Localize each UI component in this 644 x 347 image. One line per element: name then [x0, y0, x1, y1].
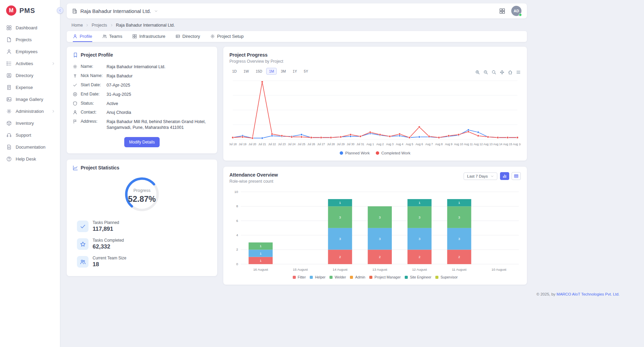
profile-field-contact: Contact:Anuj Chordia	[73, 108, 211, 117]
logo-text: PMS	[19, 7, 35, 15]
tab-profile[interactable]: Profile	[73, 31, 92, 42]
apps-grid-icon[interactable]	[499, 8, 505, 14]
svg-text:16 August: 16 August	[253, 268, 268, 271]
zoom-out-icon[interactable]	[483, 70, 488, 75]
table-view-toggle[interactable]	[512, 172, 521, 180]
legend-helper[interactable]: Helper	[310, 275, 325, 279]
stat-value: 18	[93, 261, 126, 268]
shield-icon	[73, 101, 77, 106]
field-label: Contact:	[81, 110, 103, 115]
stat-value: 62,332	[93, 243, 124, 250]
tab-label: Project Setup	[217, 34, 244, 39]
chart-controls: 1D1W15D1M3M1Y5Y	[229, 68, 521, 75]
documentation-icon	[6, 145, 12, 150]
chevron-down-icon	[154, 9, 158, 13]
legend-supervisor[interactable]: Supervisor	[435, 275, 457, 279]
sidebar-item-activities[interactable]: Activities	[0, 58, 60, 70]
sidebar-collapse-button[interactable]	[57, 7, 63, 14]
sidebar-item-administration[interactable]: Administration	[0, 105, 60, 117]
svg-text:2: 2	[236, 247, 238, 251]
svg-text:Jul 24: Jul 24	[288, 142, 296, 146]
attendance-range-value: Last 7 Days	[467, 174, 488, 178]
tab-project-setup[interactable]: Project Setup	[210, 31, 244, 42]
legend-admin[interactable]: Admin	[350, 275, 365, 279]
svg-text:3: 3	[379, 237, 381, 241]
range-button-1y[interactable]: 1Y	[290, 68, 300, 75]
sidebar-item-employees[interactable]: Employees	[0, 46, 60, 58]
online-status-dot	[519, 13, 522, 16]
sidebar-item-image-gallery[interactable]: Image Gallery	[0, 93, 60, 105]
gauge-label: Progress	[122, 188, 162, 193]
project-progress-chart[interactable]: Jul 18Jul 19Jul 20Jul 21Jul 22Jul 23Jul …	[229, 77, 521, 149]
sidebar-item-expense[interactable]: Expense	[0, 81, 60, 93]
project-profile-title-row: Project Profile	[73, 52, 211, 58]
pan-icon[interactable]	[500, 70, 504, 75]
circle-x-icon	[73, 92, 77, 96]
legend-planned-work[interactable]: Planned Work	[340, 151, 370, 155]
bar-chart-view-toggle[interactable]	[500, 172, 509, 180]
menu-icon[interactable]	[516, 70, 521, 75]
zoom-in-icon[interactable]	[475, 70, 480, 75]
legend-completed-work[interactable]: Completed Work	[376, 151, 410, 155]
chevron-right-icon	[110, 24, 113, 27]
tab-bar: ProfileTeamsInfrastructureDirectoryProje…	[67, 31, 527, 42]
modify-details-button[interactable]: Modify Details	[124, 137, 159, 147]
sidebar-item-projects[interactable]: Projects	[0, 34, 60, 46]
stat-label: Tasks Planned	[93, 220, 119, 225]
bar-chart-area: 024681011116 August15 August233114 Augus…	[229, 189, 521, 274]
logo-icon: M	[6, 5, 16, 16]
company-selector[interactable]: Raja Bahadur International Ltd.	[72, 8, 158, 14]
sidebar-item-directory[interactable]: Directory	[0, 70, 60, 81]
logo[interactable]: M PMS	[0, 0, 60, 20]
legend-welder[interactable]: Welder	[329, 275, 346, 279]
svg-text:2: 2	[458, 255, 460, 259]
avatar[interactable]: AD	[511, 6, 521, 16]
sidebar-item-inventory[interactable]: Inventory	[0, 117, 60, 129]
range-button-5y[interactable]: 5Y	[301, 68, 311, 75]
view-toggle-group	[500, 172, 521, 180]
profile-fields: Name:Raja Bahadur International Ltd.Nick…	[73, 62, 211, 132]
attendance-subtitle: Role-wise present count	[229, 179, 278, 184]
sidebar-item-dashboard[interactable]: Dashboard	[0, 22, 60, 34]
range-button-1w[interactable]: 1W	[241, 68, 252, 75]
project-statistics-card: Project Statistics Progress 52.87% Tasks…	[67, 160, 217, 276]
gear-icon	[73, 64, 77, 69]
sidebar-item-label: Activities	[16, 61, 33, 66]
svg-text:Jul 26: Jul 26	[307, 142, 315, 146]
footer-text: © 2025, by	[536, 292, 556, 296]
sidebar-item-help-desk[interactable]: Help Desk	[0, 153, 60, 165]
tab-teams[interactable]: Teams	[102, 31, 122, 42]
attendance-chart[interactable]: 024681011116 August15 August233114 Augus…	[229, 189, 521, 273]
zoom-icon[interactable]	[492, 70, 496, 75]
stat-tasks-completed: Tasks Completed62,332	[77, 238, 211, 250]
legend-site-engineer[interactable]: Site Engineer	[405, 275, 431, 279]
legend-project-manager[interactable]: Project Manager	[369, 275, 401, 279]
sidebar-item-documentation[interactable]: Documentation	[0, 141, 60, 153]
sidebar-item-label: Administration	[16, 109, 44, 114]
svg-text:0: 0	[236, 262, 238, 266]
home-icon[interactable]	[508, 70, 513, 75]
svg-text:Aug 7: Aug 7	[425, 142, 433, 146]
help-desk-icon	[6, 156, 12, 162]
range-button-1m[interactable]: 1M	[266, 68, 277, 75]
svg-text:Jul 25: Jul 25	[297, 142, 305, 146]
tab-infrastructure[interactable]: Infrastructure	[132, 31, 165, 42]
expense-icon	[6, 85, 12, 90]
field-value: Raja Bahadur Mill Rd, behind Sheraton Gr…	[107, 119, 211, 131]
range-button-15d[interactable]: 15D	[253, 68, 265, 75]
sidebar-item-support[interactable]: Support	[0, 129, 60, 141]
breadcrumb-home[interactable]: Home	[71, 23, 83, 28]
svg-text:2: 2	[339, 255, 341, 259]
range-button-3m[interactable]: 3M	[278, 68, 289, 75]
profile-field-status: Status:Active	[73, 99, 211, 108]
sidebar-item-label: Expense	[16, 85, 33, 90]
breadcrumb-projects[interactable]: Projects	[92, 23, 107, 28]
chart-toolbar	[475, 70, 521, 75]
range-button-1d[interactable]: 1D	[229, 68, 239, 75]
tab-directory[interactable]: Directory	[176, 31, 200, 42]
field-label: Status:	[81, 101, 103, 106]
footer-link[interactable]: MARCO AIoT Technologies Pvt. Ltd.	[557, 292, 619, 296]
attendance-range-select[interactable]: Last 7 Days	[464, 172, 497, 180]
legend-fitter[interactable]: Fitter	[293, 275, 306, 279]
stat-label: Tasks Completed	[93, 238, 124, 243]
